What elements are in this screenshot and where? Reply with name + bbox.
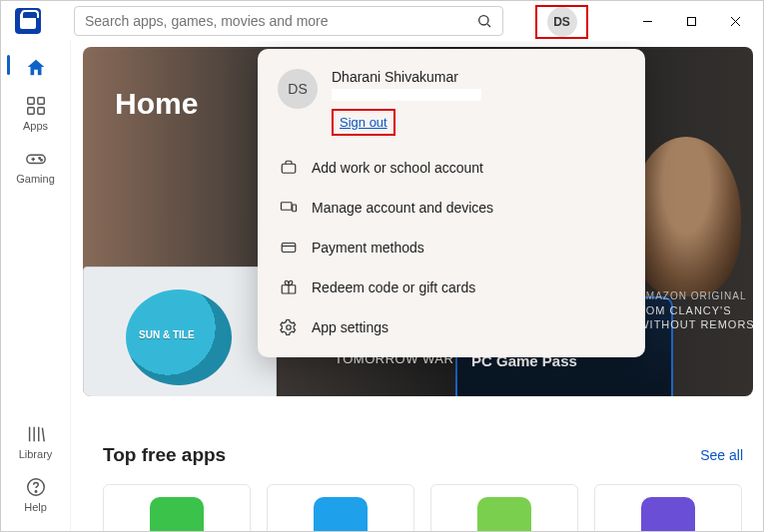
briefcase-icon (280, 159, 298, 177)
main-content: Home SUN & TILE TOMORROW WAR PC Game Pas… (73, 41, 763, 531)
svg-rect-7 (37, 98, 43, 104)
menu-item-manage-account[interactable]: Manage account and devices (258, 188, 645, 228)
window-controls (625, 1, 757, 41)
menu-item-label: Payment methods (312, 240, 424, 256)
avatar: DS (278, 69, 318, 109)
gear-icon (280, 318, 298, 336)
section-title: Top free apps (103, 444, 226, 466)
tile-caption: SUN & TILE (139, 329, 195, 340)
apps-icon (25, 95, 47, 117)
profile-menu-header: DS Dharani Shivakumar Sign out (258, 65, 645, 148)
svg-point-13 (38, 158, 39, 159)
devices-icon (280, 199, 298, 217)
svg-rect-23 (293, 205, 297, 212)
search-icon[interactable] (476, 13, 492, 29)
svg-rect-8 (27, 108, 33, 114)
search-box[interactable] (74, 6, 503, 36)
see-all-link[interactable]: See all (700, 447, 743, 463)
minimize-button[interactable] (625, 6, 669, 36)
svg-point-0 (479, 16, 488, 25)
sidebar-label: Library (19, 448, 53, 460)
sidebar-item-library[interactable]: Library (5, 415, 67, 468)
hero-right-caption: AMAZON ORIGINAL TOM CLANCY'S WITHOUT REM… (638, 289, 753, 331)
hero-right-line2: WITHOUT REMORSE (638, 317, 753, 331)
sign-out-highlight: Sign out (332, 109, 395, 136)
sidebar-item-help[interactable]: Help (5, 468, 67, 521)
profile-email-redacted (332, 89, 481, 101)
menu-item-redeem[interactable]: Redeem code or gift cards (258, 267, 645, 307)
sidebar-label: Gaming (16, 173, 55, 185)
app-tile[interactable] (103, 484, 251, 531)
svg-rect-6 (27, 98, 33, 104)
gift-icon (280, 278, 298, 296)
library-icon (25, 423, 47, 445)
home-icon (25, 57, 47, 79)
sidebar: Apps Gaming Library Help (1, 41, 71, 531)
hero-artwork (631, 137, 741, 296)
page-title: Home (115, 87, 198, 121)
card-icon (280, 239, 298, 257)
profile-button[interactable]: DS (547, 7, 577, 37)
svg-rect-24 (282, 244, 296, 253)
search-input[interactable] (85, 13, 476, 29)
app-icon (314, 497, 368, 531)
hero-right-line1: TOM CLANCY'S (638, 303, 753, 317)
sign-out-link[interactable]: Sign out (340, 115, 387, 130)
svg-rect-22 (282, 203, 293, 211)
sidebar-item-home[interactable] (5, 49, 67, 87)
svg-line-1 (487, 24, 490, 27)
menu-item-label: Manage account and devices (312, 200, 493, 216)
svg-point-20 (35, 491, 36, 492)
menu-item-add-account[interactable]: Add work or school account (258, 148, 645, 188)
app-icon (641, 497, 695, 531)
svg-rect-9 (37, 108, 43, 114)
menu-item-settings[interactable]: App settings (258, 307, 645, 347)
app-icon (150, 497, 204, 531)
profile-button-highlight: DS (535, 5, 588, 39)
svg-rect-3 (687, 17, 695, 25)
profile-menu: DS Dharani Shivakumar Sign out Add work … (258, 49, 645, 357)
gaming-icon (25, 148, 47, 170)
active-indicator (7, 55, 10, 75)
maximize-button[interactable] (669, 6, 713, 36)
app-icon (477, 497, 531, 531)
app-tile[interactable] (430, 484, 578, 531)
brand-label: AMAZON ORIGINAL (638, 289, 753, 303)
svg-rect-21 (282, 164, 296, 173)
menu-item-label: Add work or school account (312, 160, 483, 176)
app-tile[interactable] (267, 484, 414, 531)
app-tile[interactable] (594, 484, 742, 531)
store-logo-icon (15, 8, 41, 34)
top-free-apps-section: Top free apps See all (103, 444, 743, 531)
svg-point-14 (40, 160, 41, 161)
close-button[interactable] (713, 6, 757, 36)
sidebar-label: Apps (23, 120, 48, 132)
menu-item-label: Redeem code or gift cards (312, 279, 475, 295)
svg-point-28 (287, 325, 292, 330)
svg-line-18 (42, 428, 44, 442)
profile-name: Dharani Shivakumar (332, 69, 481, 85)
hero-tile-left[interactable]: SUN & TILE (83, 266, 277, 396)
menu-item-label: App settings (312, 319, 388, 335)
sidebar-label: Help (24, 501, 47, 513)
sidebar-item-gaming[interactable]: Gaming (5, 140, 67, 193)
titlebar: DS (1, 1, 763, 41)
help-icon (25, 476, 47, 498)
menu-item-payment[interactable]: Payment methods (258, 228, 645, 267)
sidebar-item-apps[interactable]: Apps (5, 87, 67, 140)
